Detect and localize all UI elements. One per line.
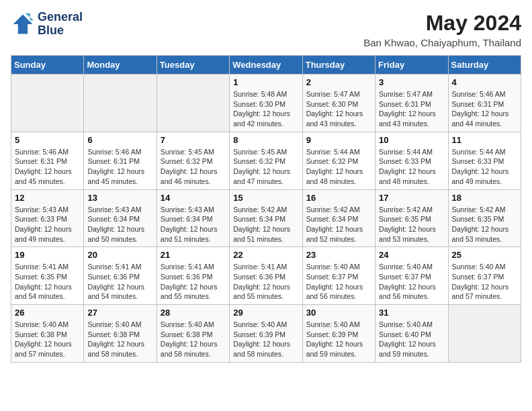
day-info: Sunrise: 5:44 AM Sunset: 6:33 PM Dayligh… xyxy=(452,147,517,187)
calendar-week-4: 19Sunrise: 5:41 AM Sunset: 6:35 PM Dayli… xyxy=(11,247,521,305)
day-number: 23 xyxy=(306,250,371,260)
weekday-header-thursday: Thursday xyxy=(302,56,375,75)
calendar-cell: 30Sunrise: 5:40 AM Sunset: 6:39 PM Dayli… xyxy=(302,305,375,363)
day-info: Sunrise: 5:42 AM Sunset: 6:34 PM Dayligh… xyxy=(233,205,298,244)
day-info: Sunrise: 5:40 AM Sunset: 6:38 PM Dayligh… xyxy=(15,320,80,359)
day-info: Sunrise: 5:46 AM Sunset: 6:31 PM Dayligh… xyxy=(87,147,152,187)
day-info: Sunrise: 5:45 AM Sunset: 6:32 PM Dayligh… xyxy=(161,147,226,187)
day-number: 29 xyxy=(233,308,298,318)
logo-icon xyxy=(11,12,35,36)
day-number: 13 xyxy=(87,193,152,203)
day-number: 15 xyxy=(233,193,298,203)
calendar-cell: 25Sunrise: 5:40 AM Sunset: 6:37 PM Dayli… xyxy=(448,247,521,305)
day-number: 10 xyxy=(379,135,444,145)
day-number: 1 xyxy=(233,77,298,87)
weekday-header-monday: Monday xyxy=(84,56,157,75)
calendar-cell: 15Sunrise: 5:42 AM Sunset: 6:34 PM Dayli… xyxy=(230,189,302,247)
calendar-cell: 10Sunrise: 5:44 AM Sunset: 6:33 PM Dayli… xyxy=(375,132,448,189)
day-info: Sunrise: 5:40 AM Sunset: 6:38 PM Dayligh… xyxy=(161,320,226,359)
title-block: May 2024 Ban Khwao, Chaiyaphum, Thailand xyxy=(363,11,521,48)
calendar-cell: 8Sunrise: 5:45 AM Sunset: 6:32 PM Daylig… xyxy=(230,132,302,189)
day-number: 31 xyxy=(379,308,444,318)
day-number: 12 xyxy=(15,193,80,203)
day-number: 26 xyxy=(15,308,80,318)
logo-line2: Blue xyxy=(38,24,83,38)
day-number: 18 xyxy=(452,193,517,203)
calendar-cell: 7Sunrise: 5:45 AM Sunset: 6:32 PM Daylig… xyxy=(157,132,229,189)
calendar-cell: 2Sunrise: 5:47 AM Sunset: 6:30 PM Daylig… xyxy=(302,75,375,132)
calendar-cell: 18Sunrise: 5:42 AM Sunset: 6:35 PM Dayli… xyxy=(448,189,521,247)
calendar-cell xyxy=(11,75,84,132)
calendar-cell: 3Sunrise: 5:47 AM Sunset: 6:31 PM Daylig… xyxy=(375,75,448,132)
day-number: 16 xyxy=(306,193,371,203)
weekday-header-saturday: Saturday xyxy=(448,56,521,75)
svg-marker-0 xyxy=(13,14,33,34)
day-info: Sunrise: 5:42 AM Sunset: 6:35 PM Dayligh… xyxy=(379,205,444,244)
day-info: Sunrise: 5:41 AM Sunset: 6:36 PM Dayligh… xyxy=(87,262,152,302)
day-info: Sunrise: 5:41 AM Sunset: 6:36 PM Dayligh… xyxy=(233,262,298,302)
calendar-cell: 27Sunrise: 5:40 AM Sunset: 6:38 PM Dayli… xyxy=(84,305,157,363)
calendar-cell: 28Sunrise: 5:40 AM Sunset: 6:38 PM Dayli… xyxy=(157,305,229,363)
weekday-header-sunday: Sunday xyxy=(11,56,84,75)
calendar-cell: 11Sunrise: 5:44 AM Sunset: 6:33 PM Dayli… xyxy=(448,132,521,189)
calendar-cell xyxy=(84,75,157,132)
calendar-cell: 1Sunrise: 5:48 AM Sunset: 6:30 PM Daylig… xyxy=(230,75,302,132)
calendar-cell: 13Sunrise: 5:43 AM Sunset: 6:34 PM Dayli… xyxy=(84,189,157,247)
calendar-cell: 4Sunrise: 5:46 AM Sunset: 6:31 PM Daylig… xyxy=(448,75,521,132)
day-info: Sunrise: 5:40 AM Sunset: 6:39 PM Dayligh… xyxy=(233,320,298,359)
day-number: 6 xyxy=(87,135,152,145)
day-info: Sunrise: 5:46 AM Sunset: 6:31 PM Dayligh… xyxy=(452,89,517,129)
day-info: Sunrise: 5:43 AM Sunset: 6:34 PM Dayligh… xyxy=(161,205,226,244)
calendar-cell xyxy=(448,305,521,363)
day-number: 7 xyxy=(161,135,226,145)
calendar-header-row: SundayMondayTuesdayWednesdayThursdayFrid… xyxy=(11,56,521,75)
day-info: Sunrise: 5:40 AM Sunset: 6:39 PM Dayligh… xyxy=(306,320,371,359)
calendar-cell: 19Sunrise: 5:41 AM Sunset: 6:35 PM Dayli… xyxy=(11,247,84,305)
calendar-week-2: 5Sunrise: 5:46 AM Sunset: 6:31 PM Daylig… xyxy=(11,132,521,189)
day-info: Sunrise: 5:41 AM Sunset: 6:36 PM Dayligh… xyxy=(161,262,226,302)
calendar-week-1: 1Sunrise: 5:48 AM Sunset: 6:30 PM Daylig… xyxy=(11,75,521,132)
day-number: 3 xyxy=(379,77,444,87)
calendar-cell: 21Sunrise: 5:41 AM Sunset: 6:36 PM Dayli… xyxy=(157,247,229,305)
day-number: 21 xyxy=(161,250,226,260)
day-number: 27 xyxy=(87,308,152,318)
day-info: Sunrise: 5:43 AM Sunset: 6:33 PM Dayligh… xyxy=(15,205,80,244)
day-number: 22 xyxy=(233,250,298,260)
day-info: Sunrise: 5:42 AM Sunset: 6:34 PM Dayligh… xyxy=(306,205,371,244)
logo-text: General Blue xyxy=(38,11,83,38)
day-number: 17 xyxy=(379,193,444,203)
weekday-header-tuesday: Tuesday xyxy=(157,56,229,75)
day-number: 14 xyxy=(161,193,226,203)
day-info: Sunrise: 5:40 AM Sunset: 6:37 PM Dayligh… xyxy=(379,262,444,302)
day-number: 2 xyxy=(306,77,371,87)
calendar-cell: 12Sunrise: 5:43 AM Sunset: 6:33 PM Dayli… xyxy=(11,189,84,247)
day-number: 25 xyxy=(452,250,517,260)
calendar-week-3: 12Sunrise: 5:43 AM Sunset: 6:33 PM Dayli… xyxy=(11,189,521,247)
day-info: Sunrise: 5:40 AM Sunset: 6:40 PM Dayligh… xyxy=(379,320,444,359)
day-number: 24 xyxy=(379,250,444,260)
day-info: Sunrise: 5:40 AM Sunset: 6:37 PM Dayligh… xyxy=(306,262,371,302)
day-info: Sunrise: 5:47 AM Sunset: 6:30 PM Dayligh… xyxy=(306,89,371,129)
day-number: 8 xyxy=(233,135,298,145)
day-info: Sunrise: 5:46 AM Sunset: 6:31 PM Dayligh… xyxy=(15,147,80,187)
calendar-cell: 9Sunrise: 5:44 AM Sunset: 6:32 PM Daylig… xyxy=(302,132,375,189)
calendar-week-5: 26Sunrise: 5:40 AM Sunset: 6:38 PM Dayli… xyxy=(11,305,521,363)
calendar-cell: 23Sunrise: 5:40 AM Sunset: 6:37 PM Dayli… xyxy=(302,247,375,305)
day-info: Sunrise: 5:40 AM Sunset: 6:37 PM Dayligh… xyxy=(452,262,517,302)
page-header: General Blue May 2024 Ban Khwao, Chaiyap… xyxy=(11,11,521,48)
subtitle: Ban Khwao, Chaiyaphum, Thailand xyxy=(363,37,521,48)
day-number: 11 xyxy=(452,135,517,145)
day-info: Sunrise: 5:42 AM Sunset: 6:35 PM Dayligh… xyxy=(452,205,517,244)
day-info: Sunrise: 5:44 AM Sunset: 6:32 PM Dayligh… xyxy=(306,147,371,187)
day-number: 19 xyxy=(15,250,80,260)
day-number: 4 xyxy=(452,77,517,87)
calendar-cell: 14Sunrise: 5:43 AM Sunset: 6:34 PM Dayli… xyxy=(157,189,229,247)
calendar-table: SundayMondayTuesdayWednesdayThursdayFrid… xyxy=(11,55,521,363)
day-number: 5 xyxy=(15,135,80,145)
day-number: 9 xyxy=(306,135,371,145)
calendar-cell: 24Sunrise: 5:40 AM Sunset: 6:37 PM Dayli… xyxy=(375,247,448,305)
weekday-header-friday: Friday xyxy=(375,56,448,75)
calendar-cell: 29Sunrise: 5:40 AM Sunset: 6:39 PM Dayli… xyxy=(230,305,302,363)
calendar-cell: 26Sunrise: 5:40 AM Sunset: 6:38 PM Dayli… xyxy=(11,305,84,363)
day-number: 20 xyxy=(87,250,152,260)
